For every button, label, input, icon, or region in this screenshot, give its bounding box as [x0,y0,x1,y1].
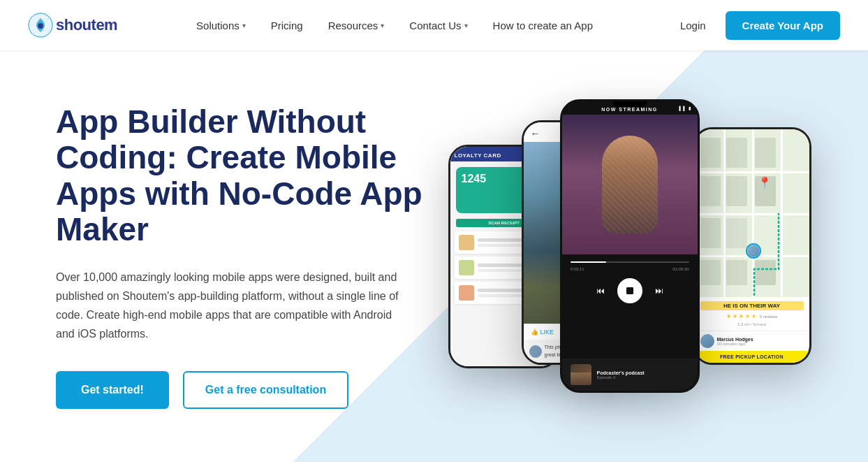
star-4: ★ [745,313,750,319]
hero-title: App Builder Without Coding: Create Mobil… [56,104,447,248]
star-5: ★ [751,313,756,319]
hero-phones: LOYALTY CARD 1245 [447,82,812,431]
playback-controls: ⏮ ⏭ [571,278,689,303]
star-rating: ★ ★ ★ ★ ★ 5 reviews [700,313,804,319]
solutions-chevron-icon: ▾ [242,22,246,29]
phones-container: LOYALTY CARD 1245 [448,89,811,424]
like-button[interactable]: 👍 LIKE [531,329,554,335]
delivery-screen: 📍 HE IS ON THEIR WAY ★ [695,129,809,363]
phone-notch [612,101,647,107]
streaming-screen: NOW STREAMING ▌▌ ▮ [562,101,698,391]
podcast-episode: Episode 3 [597,375,689,380]
pause-icon [626,287,633,294]
nav-resources[interactable]: Resources ▾ [318,14,395,37]
item-image [459,235,474,250]
nav-pricing[interactable]: Pricing [261,14,313,37]
podcast-info: Podcaster's podcast Episode 3 [562,359,698,391]
review-count: 5 reviews [760,315,777,319]
hero-description: Over 10,000 amazingly looking mobile app… [56,268,405,344]
resources-chevron-icon: ▾ [381,22,384,29]
svg-point-1 [38,23,43,29]
progress-fill [571,261,606,263]
star-2: ★ [733,313,737,319]
podcast-thumbnail [571,364,591,385]
map-view: 📍 [695,129,809,297]
next-button[interactable]: ⏭ [652,284,666,298]
phone-streaming: NOW STREAMING ▌▌ ▮ [560,99,700,393]
signal-icon: ▌▌ [679,106,687,110]
star-1: ★ [726,313,731,319]
delivery-person: Marcus Hodges 20 minutes ago [695,331,809,351]
time-display: 0:03:11 01:09:30 [571,267,689,271]
pickup-button[interactable]: FREE PICKUP LOCATION [695,351,809,363]
free-consultation-button[interactable]: Get a free consultation [183,371,348,409]
phone-delivery: 📍 HE IS ON THEIR WAY ★ [693,127,811,365]
nav-how-to[interactable]: How to create an App [483,14,603,37]
commenter-avatar [529,345,542,358]
hero-section: App Builder Without Coding: Create Mobil… [0,50,868,462]
podcast-title: Podcaster's podcast [597,370,689,375]
brand-name: shoutem [56,16,117,34]
hero-content: App Builder Without Coding: Create Mobil… [56,104,447,410]
map-route [695,129,809,297]
logo[interactable]: shoutem [28,13,117,38]
delivery-info: HE IS ON THEIR WAY ★ ★ ★ ★ ★ 5 reviews 1… [695,297,809,331]
hero-buttons: Get started! Get a free consultation [56,371,447,409]
pause-button[interactable] [617,278,642,303]
contact-chevron-icon: ▾ [464,22,468,29]
nav-contact[interactable]: Contact Us ▾ [399,14,477,37]
delivery-detail: 1.3 mi • Terrace [700,322,804,326]
like-icon: 👍 [531,329,538,335]
status-icons: ▌▌ ▮ [679,106,691,110]
nav-actions: Login Create Your App [672,11,840,40]
nav-solutions[interactable]: Solutions ▾ [186,14,256,37]
nav-links: Solutions ▾ Pricing Resources ▾ Contact … [117,14,672,37]
item-image [459,260,474,275]
map-pin: 📍 [758,176,772,189]
login-link[interactable]: Login [672,14,714,37]
create-app-button[interactable]: Create Your App [726,11,840,40]
delivery-time: 20 minutes ago [717,342,804,346]
battery-icon: ▮ [689,106,692,110]
item-image [459,285,474,301]
star-3: ★ [739,313,744,319]
podcast-details: Podcaster's podcast Episode 3 [597,370,689,380]
streaming-header: NOW STREAMING ▌▌ ▮ [562,101,698,115]
progress-bar [571,261,689,263]
streaming-image [562,115,698,254]
get-started-button[interactable]: Get started! [56,371,169,409]
back-icon[interactable]: ← [531,128,540,139]
delivery-person-name: Marcus Hodges [717,337,804,342]
prev-button[interactable]: ⏮ [594,284,608,298]
navbar: shoutem Solutions ▾ Pricing Resources ▾ … [0,0,868,50]
shoutem-logo-icon [28,13,53,38]
streaming-controls: 0:03:11 01:09:30 ⏮ ⏭ [562,254,698,359]
delivery-status-text: HE IS ON THEIR WAY [700,301,804,310]
delivery-person-avatar [700,334,714,348]
